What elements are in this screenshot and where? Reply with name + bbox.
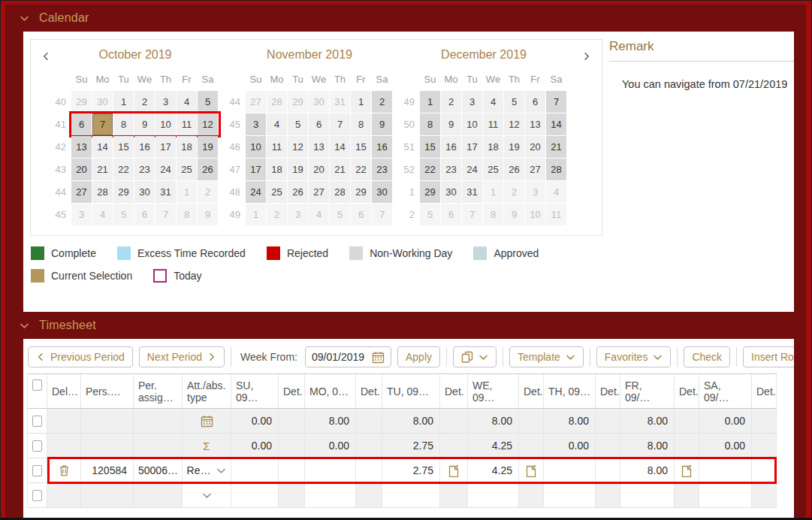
hours-cell[interactable] bbox=[305, 458, 356, 482]
calendar-day[interactable]: 4 bbox=[92, 204, 113, 225]
calendar-picker-icon[interactable] bbox=[372, 351, 385, 364]
calendar-day[interactable]: 29 bbox=[71, 91, 92, 113]
hours-cell[interactable] bbox=[305, 483, 356, 507]
hours-cell[interactable] bbox=[544, 483, 596, 507]
hours-cell[interactable] bbox=[699, 458, 752, 482]
calendar-day[interactable]: 28 bbox=[267, 91, 287, 113]
calendar-day[interactable]: 16 bbox=[441, 136, 461, 158]
calendar-day-selected[interactable]: 7 bbox=[92, 113, 113, 135]
calendar-day[interactable]: 20 bbox=[309, 159, 329, 180]
calendar-day[interactable]: 2 bbox=[198, 181, 218, 203]
calendar-day[interactable]: 11 bbox=[546, 204, 566, 225]
calendar-day[interactable]: 29 bbox=[113, 181, 134, 203]
calendar-day[interactable]: 4 bbox=[267, 113, 287, 135]
calendar-day[interactable]: 30 bbox=[134, 181, 155, 203]
calendar-day[interactable]: 8 bbox=[420, 113, 440, 135]
calendar-day[interactable]: 7 bbox=[546, 91, 566, 113]
calendar-day[interactable]: 7 bbox=[155, 204, 176, 225]
calendar-day[interactable]: 1 bbox=[483, 181, 503, 203]
calendar-day[interactable]: 3 bbox=[525, 181, 545, 203]
calendar-day[interactable]: 3 bbox=[246, 113, 266, 135]
calendar-day[interactable]: 12 bbox=[504, 113, 524, 135]
hours-cell[interactable] bbox=[382, 483, 440, 507]
calendar-day[interactable]: 2 bbox=[134, 91, 155, 113]
row-checkbox[interactable] bbox=[32, 490, 42, 501]
calendar-day[interactable]: 15 bbox=[351, 136, 371, 158]
calendar-day[interactable]: 31 bbox=[330, 91, 350, 113]
calendar-day[interactable]: 9 bbox=[134, 113, 155, 135]
calendar-day[interactable]: 8 bbox=[177, 204, 197, 225]
calendar-day[interactable]: 5 bbox=[420, 204, 440, 225]
calendar-day[interactable]: 29 bbox=[288, 91, 308, 113]
calendar-day[interactable]: 29 bbox=[351, 181, 371, 203]
calendar-day[interactable]: 26 bbox=[288, 181, 308, 203]
calendar-day[interactable]: 3 bbox=[71, 204, 92, 225]
template-dropdown-button[interactable]: Template bbox=[509, 346, 584, 367]
calendar-day[interactable]: 27 bbox=[71, 181, 92, 203]
hours-cell[interactable]: 8.00 bbox=[620, 458, 675, 482]
calendar-day[interactable]: 6 bbox=[525, 91, 545, 113]
calendar-day[interactable]: 20 bbox=[525, 136, 545, 158]
calendar-day[interactable]: 10 bbox=[155, 113, 176, 135]
calendar-day[interactable]: 19 bbox=[288, 159, 308, 180]
hours-cell[interactable] bbox=[544, 458, 596, 482]
calendar-day[interactable]: 31 bbox=[462, 181, 482, 203]
calendar-day[interactable]: 15 bbox=[420, 136, 440, 158]
calendar-day[interactable]: 21 bbox=[546, 136, 566, 158]
calendar-day[interactable]: 30 bbox=[372, 181, 392, 203]
calendar-day[interactable]: 21 bbox=[330, 159, 350, 180]
calendar-day[interactable]: 6 bbox=[441, 204, 461, 225]
calendar-day[interactable]: 13 bbox=[309, 136, 329, 158]
calendar-day[interactable]: 4 bbox=[483, 91, 503, 113]
calendar-day[interactable]: 5 bbox=[198, 91, 218, 113]
calendar-day[interactable]: 5 bbox=[330, 204, 350, 225]
calendar-day[interactable]: 21 bbox=[92, 159, 113, 180]
calendar-day[interactable]: 9 bbox=[504, 204, 524, 225]
calendar-day[interactable]: 12 bbox=[288, 136, 308, 158]
row-checkbox[interactable] bbox=[32, 416, 42, 427]
calendar-day[interactable]: 22 bbox=[113, 159, 134, 180]
calendar-day[interactable]: 7 bbox=[462, 204, 482, 225]
select-all-checkbox[interactable] bbox=[32, 379, 42, 391]
calendar-day[interactable]: 25 bbox=[483, 159, 503, 180]
calendar-day[interactable]: 6 bbox=[71, 113, 92, 135]
calendar-day[interactable]: 3 bbox=[155, 91, 176, 113]
calendar-day[interactable]: 9 bbox=[372, 113, 392, 135]
week-from-input[interactable] bbox=[312, 351, 372, 363]
calendar-day[interactable]: 23 bbox=[441, 159, 461, 180]
calendar-day[interactable]: 27 bbox=[525, 159, 545, 180]
calendar-day[interactable]: 28 bbox=[330, 181, 350, 203]
calendar-day[interactable]: 12 bbox=[198, 113, 218, 135]
calendar-day[interactable]: 30 bbox=[92, 91, 113, 113]
calendar-day[interactable]: 25 bbox=[267, 181, 287, 203]
calendar-day[interactable]: 8 bbox=[113, 113, 134, 135]
calendar-day[interactable]: 18 bbox=[483, 136, 503, 158]
calendar-day[interactable]: 28 bbox=[546, 159, 566, 180]
calendar-day[interactable]: 19 bbox=[198, 136, 218, 158]
calendar-day[interactable]: 4 bbox=[177, 91, 197, 113]
calendar-day[interactable]: 14 bbox=[330, 136, 350, 158]
calendar-day[interactable]: 6 bbox=[351, 204, 371, 225]
detail-document-icon[interactable] bbox=[526, 464, 536, 477]
hours-cell[interactable] bbox=[231, 483, 279, 507]
calendar-day[interactable]: 8 bbox=[351, 113, 371, 135]
calendar-day[interactable]: 31 bbox=[155, 181, 176, 203]
hours-cell-value[interactable]: 8.00 bbox=[647, 464, 668, 476]
calendar-day[interactable]: 5 bbox=[504, 91, 524, 113]
detail-document-icon[interactable] bbox=[681, 464, 692, 477]
calendar-prev-icon[interactable] bbox=[41, 50, 50, 64]
calendar-day[interactable]: 17 bbox=[246, 159, 266, 180]
calendar-day[interactable]: 16 bbox=[372, 136, 392, 158]
copy-dropdown-button[interactable] bbox=[453, 346, 497, 367]
calendar-day[interactable]: 18 bbox=[177, 136, 197, 158]
hours-cell[interactable]: 2.75 bbox=[382, 458, 440, 482]
calendar-day[interactable]: 11 bbox=[177, 113, 197, 135]
calendar-day[interactable]: 4 bbox=[309, 204, 329, 225]
hours-cell-value[interactable]: 4.25 bbox=[492, 464, 512, 476]
calendar-day[interactable]: 9 bbox=[441, 113, 461, 135]
calendar-day[interactable]: 10 bbox=[246, 136, 266, 158]
calendar-day[interactable]: 11 bbox=[267, 136, 287, 158]
calendar-day[interactable]: 26 bbox=[198, 159, 218, 180]
calendar-day[interactable]: 27 bbox=[246, 91, 266, 113]
calendar-day[interactable]: 27 bbox=[309, 181, 329, 203]
